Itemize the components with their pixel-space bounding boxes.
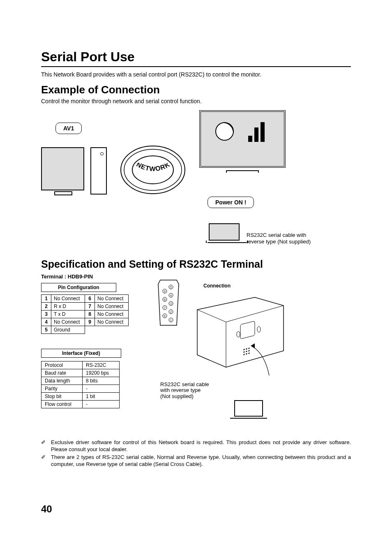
page-title: Serial Port Use: [41, 49, 351, 67]
svg-text:3: 3: [170, 302, 172, 305]
pie-chart-icon: [215, 122, 234, 141]
callout-power-on: Power ON !: [208, 197, 254, 208]
svg-text:2: 2: [170, 310, 172, 313]
rs232c-cable-note: RS232C serial cable with reverse type (N…: [247, 232, 311, 245]
page-number: 40: [41, 503, 52, 515]
connection-title: Connection: [203, 283, 231, 289]
section-spec-heading: Specification and Setting of RS232C Term…: [41, 258, 351, 270]
svg-text:6: 6: [164, 315, 166, 317]
laptop-icon: [208, 223, 240, 244]
terminal-label: Terminal : HDB9-PIN: [41, 273, 351, 280]
table-row: Parity-: [42, 385, 120, 393]
interface-table: ProtocolRS-232C Baud rate19200 bps Data …: [41, 361, 120, 408]
table-row: Baud rate19200 bps: [42, 369, 120, 377]
intro-text: This Network Board provides with a seria…: [41, 71, 351, 78]
section-example-sub: Control the monitor through network and …: [41, 98, 351, 104]
svg-text:9: 9: [164, 290, 166, 293]
desktop-monitor-icon: [41, 147, 84, 190]
table-row: Data length8 bits: [42, 377, 120, 385]
network-label: NETWORK: [133, 163, 174, 177]
footnotes: Exclusive driver software for control of…: [41, 439, 351, 468]
svg-text:8: 8: [164, 298, 166, 301]
network-board-device-icon: [193, 293, 288, 377]
svg-text:NETWORK: NETWORK: [135, 163, 171, 172]
svg-text:1: 1: [170, 319, 172, 322]
footnote-2: There are 2 types of RS-232C serial cabl…: [41, 454, 351, 468]
callout-av1: AV1: [55, 123, 82, 134]
section-example-heading: Example of Connection: [41, 83, 351, 96]
svg-text:7: 7: [164, 306, 166, 309]
db9-connector-icon: 5 4 3 2 1 9 8 7 6: [156, 278, 181, 329]
interface-title: Interface (Fixed): [41, 349, 121, 358]
table-row: Stop bit1 bit: [42, 393, 120, 401]
rs232c-cable-note-2: RS232C serial cable with reverse type (N…: [160, 382, 209, 399]
table-row: Flow control-: [42, 401, 120, 408]
spec-layout: Pin Configuration 1No Connect 6No Connec…: [41, 283, 351, 439]
desktop-tower-icon: [90, 147, 107, 195]
bar-chart-icon: [248, 122, 265, 142]
table-row: ProtocolRS-232C: [42, 361, 120, 369]
pin-config-title: Pin Configuration: [41, 283, 116, 292]
connection-diagram: AV1 NETWORK Power ON ! RS232C serial cab…: [41, 110, 351, 250]
large-monitor-icon: [199, 110, 286, 168]
svg-text:4: 4: [170, 294, 172, 297]
laptop-icon-2: [234, 400, 267, 419]
svg-text:5: 5: [170, 286, 172, 289]
pin-config-table: 1No Connect 6No Connect 2R x D 7No Conne…: [41, 294, 129, 334]
footnote-1: Exclusive driver software for control of…: [41, 439, 351, 453]
